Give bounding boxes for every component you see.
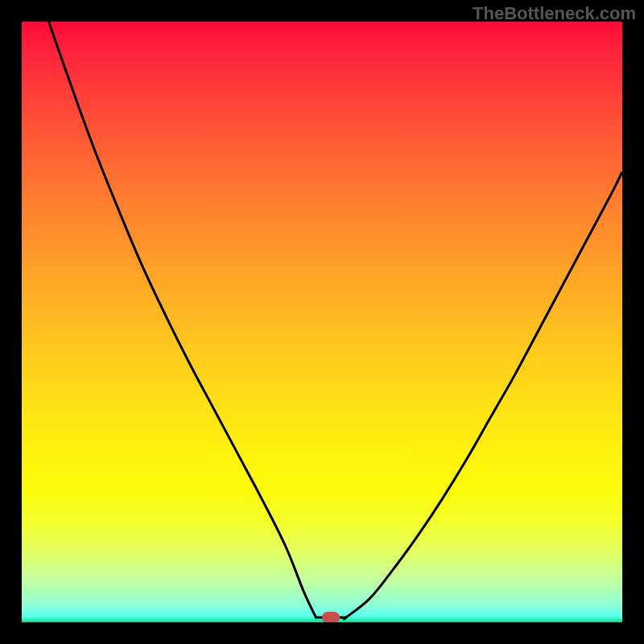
bottleneck-curve <box>22 22 622 622</box>
plot-area <box>22 22 622 622</box>
watermark-text: TheBottleneck.com <box>473 3 636 24</box>
optimal-point-marker <box>322 612 340 622</box>
chart-container: TheBottleneck.com <box>0 0 644 644</box>
